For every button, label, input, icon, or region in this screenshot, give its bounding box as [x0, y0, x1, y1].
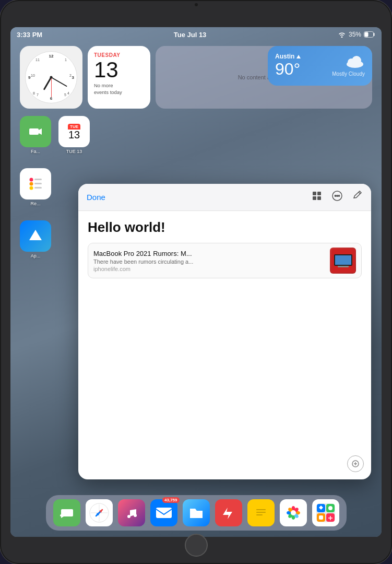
svg-rect-15: [313, 196, 316, 200]
dock-safari[interactable]: [86, 499, 113, 526]
front-camera: [195, 3, 198, 6]
weather-city: Austin: [275, 53, 301, 60]
dock: 43,759: [46, 495, 347, 531]
svg-point-6: [30, 178, 33, 182]
svg-point-4: [352, 56, 361, 65]
svg-rect-23: [335, 255, 351, 265]
note-card[interactable]: Done: [78, 184, 371, 479]
svg-rect-39: [256, 512, 266, 513]
svg-rect-16: [317, 196, 321, 200]
link-description: There have been rumors circulating a...: [93, 258, 325, 265]
svg-point-50: [291, 510, 296, 515]
svg-point-8: [30, 186, 33, 190]
weather-temp: 90°: [275, 60, 301, 78]
status-time: 3:33 PM: [17, 31, 42, 39]
dock-appstore-compound[interactable]: [312, 499, 339, 526]
dock-music[interactable]: [118, 499, 145, 526]
svg-point-34: [127, 515, 130, 518]
svg-rect-36: [156, 508, 172, 518]
appstore2-label: Ap...: [31, 253, 41, 258]
app-row-1: Fa... TUE 13 TUE 13: [20, 116, 90, 154]
facetime-app[interactable]: Fa...: [20, 116, 51, 154]
svg-point-7: [30, 182, 33, 186]
format-icon[interactable]: [347, 455, 364, 472]
reminders-app[interactable]: Re...: [20, 168, 51, 206]
svg-rect-9: [34, 179, 42, 180]
svg-rect-1: [364, 32, 368, 37]
link-preview[interactable]: MacBook Pro 2021 Rumors: M... There have…: [88, 243, 362, 278]
status-date: Tue Jul 13: [174, 31, 207, 39]
app-row-3[interactable]: Ap...: [20, 220, 51, 258]
dock-mail[interactable]: 43,759: [150, 499, 177, 526]
note-content: Hello world! MacBook Pro 2021 Rumors: M.…: [78, 211, 371, 287]
wifi-icon: [338, 31, 346, 38]
home-button[interactable]: [185, 534, 208, 557]
reminders-label: Re...: [30, 201, 40, 206]
svg-point-20: [338, 195, 339, 196]
link-thumbnail: [330, 248, 356, 274]
dock-notes[interactable]: [247, 499, 275, 526]
clock-face: 12 3 6 9 1 11 2 4 8 10 7 5: [25, 51, 77, 103]
dock-files[interactable]: [183, 499, 210, 526]
dock-messages[interactable]: [53, 499, 80, 526]
calendar-app-label: TUE 13: [66, 149, 82, 154]
link-domain: iphonelife.com: [93, 266, 325, 272]
weather-info: Austin 90°: [275, 53, 301, 78]
toolbar-icons: [312, 190, 363, 204]
svg-rect-10: [34, 183, 42, 184]
status-right: 35%: [338, 31, 375, 38]
hour-hand: [43, 77, 52, 90]
link-preview-text: MacBook Pro 2021 Rumors: M... There have…: [93, 250, 325, 272]
svg-rect-38: [256, 509, 266, 510]
reminders-icon: [20, 168, 51, 199]
facetime-icon: [20, 116, 51, 147]
clock-widget[interactable]: 12 3 6 9 1 11 2 4 8 10 7 5: [20, 46, 82, 109]
grid-icon[interactable]: [312, 191, 322, 204]
svg-rect-40: [256, 514, 263, 515]
calendar-date: 13: [94, 59, 144, 81]
svg-rect-14: [317, 192, 321, 195]
more-icon[interactable]: [331, 190, 343, 204]
svg-rect-57: [319, 515, 323, 520]
note-toolbar: Done: [78, 184, 371, 211]
done-button[interactable]: Done: [87, 193, 105, 202]
calendar-widget[interactable]: TUESDAY 13 No moreevents today: [88, 46, 150, 109]
clock-center-dot: [50, 76, 53, 79]
facetime-label: Fa...: [31, 149, 40, 154]
weather-widget[interactable]: Austin 90° Mostly Cloudy: [268, 46, 372, 86]
svg-point-18: [335, 195, 336, 196]
second-hand: [51, 77, 52, 97]
note-title: Hello world!: [88, 219, 362, 236]
weather-right: Mostly Cloudy: [332, 55, 365, 77]
svg-point-35: [134, 514, 137, 517]
ipad-frame: 3:33 PM Tue Jul 13 35%: [0, 0, 392, 564]
ipad-screen: 3:33 PM Tue Jul 13 35%: [10, 27, 382, 537]
link-title: MacBook Pro 2021 Rumors: M...: [93, 250, 325, 257]
dock-spark[interactable]: [215, 499, 242, 526]
svg-rect-11: [34, 187, 42, 189]
appstore2-icon: [20, 220, 51, 252]
dock-photos[interactable]: [280, 499, 307, 526]
battery-icon: [364, 31, 375, 38]
compose-icon[interactable]: [352, 191, 363, 204]
calendar-events: No moreevents today: [94, 82, 144, 96]
mail-badge: 43,759: [162, 497, 179, 503]
svg-rect-12: [33, 237, 38, 239]
svg-rect-13: [313, 192, 316, 195]
svg-rect-24: [338, 266, 349, 267]
app-row-2[interactable]: Re...: [20, 168, 51, 206]
appstore2-app[interactable]: Ap...: [20, 220, 51, 258]
cloud-icon: [345, 55, 365, 68]
weather-condition: Mostly Cloudy: [332, 71, 365, 77]
svg-point-19: [337, 195, 338, 196]
calendar-cal-app[interactable]: TUE 13 TUE 13: [58, 116, 90, 154]
status-bar: 3:33 PM Tue Jul 13 35%: [10, 27, 382, 42]
minute-hand: [51, 77, 67, 87]
calendar-icon: TUE 13: [58, 116, 90, 147]
battery-text: 35%: [349, 31, 361, 38]
svg-point-56: [328, 506, 332, 510]
